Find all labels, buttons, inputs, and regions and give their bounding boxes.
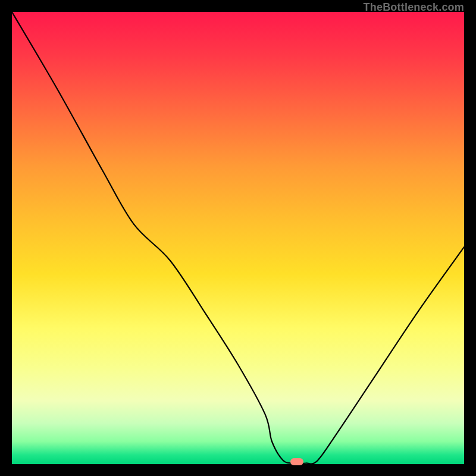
optimum-marker bbox=[290, 458, 303, 465]
chart-stage: TheBottleneck.com bbox=[0, 0, 476, 476]
bottleneck-curve bbox=[12, 12, 464, 464]
chart-plot-area bbox=[12, 12, 464, 464]
chart-line-svg bbox=[12, 12, 464, 464]
